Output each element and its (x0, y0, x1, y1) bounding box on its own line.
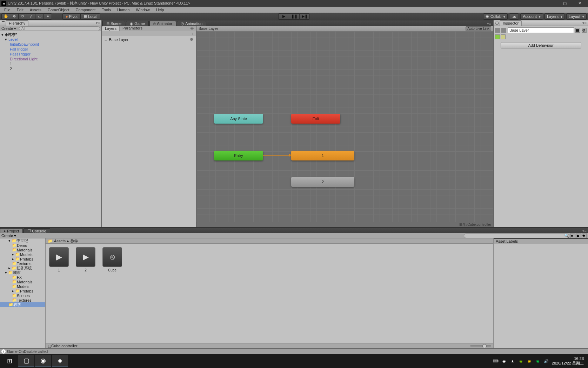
project-tree[interactable]: ▾ 📁 中世纪 📁 Demo 📁 Materials ▸ 📁 Models ▸ … (0, 238, 46, 348)
tab-project[interactable]: ▸ Project (0, 228, 23, 233)
play-button[interactable]: ▶ (278, 13, 289, 20)
scale-tool[interactable]: ⤢ (27, 13, 35, 20)
transform-tool[interactable]: ✦ (44, 13, 52, 20)
tab-scene[interactable]: ⊞ Scene (102, 21, 125, 26)
folder-item[interactable]: 📁 FX (0, 275, 45, 280)
start-button[interactable]: ⊞ (1, 355, 18, 367)
state-any[interactable]: Any State (214, 114, 263, 124)
cloud-button[interactable]: ☁ (509, 13, 519, 20)
panel-menu-icon[interactable]: ▾≡ (96, 21, 100, 25)
transition-arrow[interactable] (263, 155, 291, 156)
layers-dropdown[interactable]: Layers (544, 13, 565, 20)
tab-console[interactable]: ☐ Console (24, 228, 50, 233)
panel-menu-icon[interactable]: ▾≡ (582, 21, 587, 25)
panel-menu-icon[interactable]: ▾≡ (581, 229, 588, 233)
drag-handle-icon[interactable]: ≡ (105, 38, 107, 42)
favorite-icon[interactable]: ★ (582, 233, 587, 238)
asset-item[interactable]: ⎋ Cube (102, 247, 122, 272)
animator-layer[interactable]: ≡ Base Layer ⚙ (102, 36, 196, 43)
view-menu-icon[interactable]: ▾≡ (486, 21, 493, 26)
inspector-tab[interactable]: Inspector (500, 20, 522, 26)
folder-item[interactable]: ▾ 📁 中世纪 (0, 238, 45, 243)
layer-icon[interactable] (501, 34, 506, 39)
scene-root[interactable]: ▾◈ 纯净* (0, 32, 101, 37)
state-entry[interactable]: Entry (214, 151, 263, 160)
taskbar-clock[interactable]: 16:23 2020/12/22 星期二 (552, 356, 584, 366)
folder-item[interactable]: ▸ 📁 任务系统 (0, 266, 45, 270)
tab-game[interactable]: ◉ Game (126, 21, 149, 26)
hierarchy-search[interactable] (19, 26, 100, 31)
animator-breadcrumb[interactable]: Base Layer (199, 26, 218, 31)
menu-edit[interactable]: Edit (14, 7, 26, 12)
inspector-gear-icon[interactable]: ⚙ (582, 28, 587, 33)
eye-icon[interactable]: 👁 (188, 26, 196, 31)
inspector-name-field[interactable] (508, 27, 574, 33)
taskbar-app[interactable]: ▢ (18, 355, 34, 367)
tray-icon[interactable]: ⌨ (493, 358, 499, 364)
folder-item[interactable]: 📁 Models (0, 284, 45, 289)
hierarchy-tab[interactable]: Hierarchy (6, 20, 28, 26)
state-1[interactable]: 1 (291, 151, 354, 160)
tray-nvidia-icon[interactable]: ◉ (518, 358, 524, 364)
tray-icon[interactable]: ◉ (535, 358, 541, 364)
hierarchy-item[interactable]: 1 (0, 61, 101, 66)
animator-grid[interactable] (196, 31, 493, 222)
project-search[interactable] (464, 234, 569, 238)
folder-item[interactable]: ▸ 📁 Prefabs (0, 289, 45, 293)
hierarchy-create[interactable]: Create ▾ (1, 26, 16, 31)
folder-item[interactable]: 📁 Demo (0, 243, 45, 248)
gear-icon[interactable]: ⚙ (190, 37, 193, 42)
folder-item[interactable]: 📁 Materials (0, 248, 45, 252)
rect-tool[interactable]: ▭ (35, 13, 44, 20)
tray-volume-icon[interactable]: 🔊 (543, 358, 549, 364)
tray-icon[interactable]: ◉ (527, 358, 532, 364)
taskbar-unity[interactable]: ◈ (52, 355, 68, 367)
tray-icon[interactable]: ▲ (510, 358, 515, 364)
tab-animation[interactable]: ◷ Animation (177, 21, 206, 26)
tag-icon[interactable] (495, 34, 500, 39)
inspector-settings-icon[interactable]: ▦ (575, 28, 580, 33)
menu-tools[interactable]: Tools (99, 7, 114, 12)
folder-item[interactable]: 📁 Textures (0, 298, 45, 302)
animator-canvas[interactable]: Base Layer Auto Live Link ↖ Any State Ex… (196, 26, 493, 227)
folder-item[interactable]: ▾ 📁 城市 (0, 270, 45, 275)
step-button[interactable]: ▶❚ (299, 13, 310, 20)
menu-file[interactable]: File (1, 7, 13, 12)
rotate-tool[interactable]: ↻ (18, 13, 27, 20)
add-behaviour-button[interactable]: Add Behaviour (501, 42, 581, 48)
hierarchy-item[interactable]: InitialSpawnpoint (0, 42, 101, 47)
layout-dropdown[interactable]: Layout (566, 13, 587, 20)
close-button[interactable]: ✕ (575, 0, 584, 7)
menu-gameobject[interactable]: GameObject (45, 7, 72, 12)
hierarchy-item[interactable]: PassTrigger (0, 52, 101, 57)
folder-item-selected[interactable]: 📁 教学 (0, 302, 45, 307)
hierarchy-item[interactable]: 2 (0, 66, 101, 71)
hierarchy-item[interactable]: Directional Light (0, 57, 101, 61)
collab-dropdown[interactable]: ◉Collab (483, 13, 508, 20)
hand-tool[interactable]: ✋ (1, 13, 10, 20)
state-exit[interactable]: Exit (291, 114, 340, 124)
tray-icon[interactable]: ◉ (501, 358, 507, 364)
maximize-button[interactable]: ▢ (561, 0, 569, 7)
pivot-toggle[interactable]: ●Pivot (62, 13, 80, 20)
auto-live-link-toggle[interactable]: Auto Live Link (466, 26, 491, 31)
filter-icon[interactable]: ● (570, 233, 575, 238)
minimize-button[interactable]: — (546, 0, 554, 7)
menu-help[interactable]: Help (153, 7, 167, 12)
breadcrumb-item[interactable]: Assets (54, 239, 66, 243)
hierarchy-item-level[interactable]: ▾Level (0, 37, 101, 42)
folder-item[interactable]: ▸ 📁 Prefabs (0, 257, 45, 261)
layers-tab[interactable]: Layers (102, 26, 120, 31)
hierarchy-item[interactable]: FallTrigger (0, 47, 101, 52)
menu-component[interactable]: Component (73, 7, 98, 12)
menu-window[interactable]: Window (133, 7, 153, 12)
move-tool[interactable]: ✥ (10, 13, 18, 20)
thumbnail-size-slider[interactable] (470, 345, 491, 347)
asset-item[interactable]: ▶ 2 (76, 247, 95, 272)
folder-item[interactable]: 📁 Materials (0, 280, 45, 284)
hierarchy-tree[interactable]: ▾◈ 纯净* ▾Level InitialSpawnpoint FallTrig… (0, 31, 101, 227)
pause-button[interactable]: ❚❚ (289, 13, 299, 20)
account-dropdown[interactable]: Account (520, 13, 543, 20)
tab-animator[interactable]: ⎋ Animator (149, 21, 176, 26)
asset-item[interactable]: ▶ 1 (49, 247, 69, 272)
